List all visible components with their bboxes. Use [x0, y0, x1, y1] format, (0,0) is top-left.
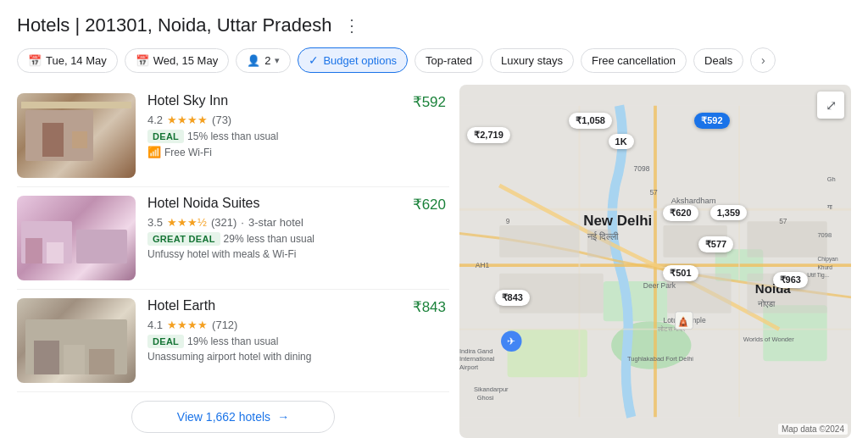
arrow-right-icon: →	[277, 410, 289, 424]
wifi-icon: 📶	[147, 146, 161, 158]
map-pin-2719[interactable]: ₹2,719	[467, 127, 510, 143]
deals-filter[interactable]: Deals	[693, 48, 743, 73]
svg-text:नई दिल्ली: नई दिल्ली	[587, 231, 619, 241]
svg-text:✈: ✈	[507, 335, 515, 347]
hotel-card-3[interactable]: Hotel Earth ₹843 4.1 ★★★★ (712) DEAL 19%…	[17, 290, 449, 392]
svg-rect-12	[499, 225, 579, 258]
map-pin-1058[interactable]: ₹1,058	[569, 113, 612, 129]
view-all-label: View 1,662 hotels	[177, 410, 270, 424]
guests-label: 2	[264, 54, 270, 67]
svg-text:Gh: Gh	[827, 175, 836, 183]
hotel-stars-3: ★★★★	[167, 319, 208, 331]
hotel-amenity-text-1: Free Wi-Fi	[164, 147, 212, 158]
hotel-image-1	[17, 93, 136, 178]
hotel-card-1[interactable]: Hotel Sky Inn ₹592 4.2 ★★★★ (73) DEAL 15…	[17, 85, 449, 187]
map-container[interactable]: New Delhi नई दिल्ली Noida नोएडा Akshardh…	[459, 85, 851, 438]
map-pin-592[interactable]: ₹592	[694, 113, 729, 129]
hotel-desc-2: Unfussy hotel with meals & Wi-Fi	[147, 248, 446, 260]
svg-text:Deer Park: Deer Park	[643, 281, 676, 290]
hotel-type-2: ·	[241, 216, 244, 229]
budget-options-filter[interactable]: ✓ Budget options	[298, 47, 408, 73]
svg-text:Indira Gand: Indira Gand	[459, 347, 492, 355]
luxury-stays-label: Luxury stays	[501, 54, 563, 67]
map-pin-963[interactable]: ₹963	[773, 272, 808, 288]
hotel-rating-row-2: 3.5 ★★★½ (321) · 3-star hotel	[147, 216, 446, 229]
map-svg: New Delhi नई दिल्ली Noida नोएडा Akshardh…	[459, 85, 851, 438]
svg-text:AH1: AH1	[476, 261, 490, 269]
svg-text:New Delhi: New Delhi	[583, 213, 652, 229]
svg-text:Chipyan: Chipyan	[817, 257, 838, 263]
filters-next-button[interactable]: ›	[750, 47, 776, 73]
pin-label-620: ₹620	[670, 208, 691, 218]
guests-filter[interactable]: 👤 2 ▾	[236, 48, 291, 73]
hotel-top-3: Hotel Earth ₹843	[147, 298, 446, 316]
chevron-down-icon: ▾	[275, 55, 280, 66]
page-title: Hotels | 201301, Noida, Uttar Pradesh	[17, 14, 331, 36]
hotel-top-2: Hotel Noida Suites ₹620	[147, 196, 446, 213]
hotel-price-1: ₹592	[413, 93, 446, 111]
hotel-deal-row-2: GREAT DEAL 29% less than usual	[147, 231, 446, 246]
hotel-reviews-2: (321)	[211, 216, 236, 229]
checkout-label: Wed, 15 May	[153, 54, 218, 67]
svg-text:57: 57	[649, 188, 658, 197]
hotel-deal-row-3: DEAL 19% less than usual	[147, 334, 446, 348]
pin-label-2719: ₹2,719	[474, 130, 504, 140]
hotel-reviews-3: (712)	[212, 319, 237, 331]
hotel-top-1: Hotel Sky Inn ₹592	[147, 93, 446, 111]
hotel-desc-3: Unassuming airport hotel with dining	[147, 351, 446, 363]
top-rated-filter[interactable]: Top-rated	[415, 48, 483, 73]
map-pin-620[interactable]: ₹620	[663, 205, 698, 221]
svg-rect-4	[763, 305, 826, 361]
pin-label-577: ₹577	[705, 239, 726, 249]
hotel-amenity-1: 📶 Free Wi-Fi	[147, 146, 446, 158]
map-pin-1k[interactable]: 1K	[609, 134, 634, 149]
hotel-deal-row-1: DEAL 15% less than usual	[147, 129, 446, 143]
budget-options-label: Budget options	[323, 54, 397, 67]
svg-text:57: 57	[779, 217, 787, 225]
hotel-stars-2: ★★★½	[167, 216, 207, 229]
pin-label-501: ₹501	[670, 268, 691, 278]
map-pin-577[interactable]: ₹577	[698, 236, 733, 252]
pin-label-1k: 1K	[615, 136, 627, 147]
hotel-price-3: ₹843	[413, 298, 446, 316]
hotel-deal-info-3: 19% less than usual	[187, 335, 278, 347]
hotel-rating-row-3: 4.1 ★★★★ (712)	[147, 319, 446, 331]
pin-label-843: ₹843	[502, 292, 523, 302]
hotel-rating-3: 4.1	[147, 319, 163, 331]
pin-label-1058: ₹1,058	[576, 115, 605, 125]
svg-text:🛕: 🛕	[677, 315, 690, 327]
pin-label-1359: 1,359	[717, 208, 741, 218]
pin-label-592: ₹592	[701, 115, 722, 125]
hotel-deal-badge-3: DEAL	[147, 335, 184, 348]
svg-text:गा: गा	[826, 203, 832, 211]
map-pin-843[interactable]: ₹843	[495, 290, 530, 306]
svg-text:Sikandarpur: Sikandarpur	[474, 385, 509, 393]
hotel-price-2: ₹620	[413, 196, 446, 213]
checkout-filter[interactable]: 📅 Wed, 15 May	[125, 48, 229, 73]
checkin-filter[interactable]: 📅 Tue, 14 May	[17, 48, 118, 73]
svg-text:नोएडा: नोएडा	[757, 299, 776, 308]
view-all-hotels-button[interactable]: View 1,662 hotels →	[131, 401, 335, 433]
top-rated-label: Top-rated	[426, 54, 472, 67]
hotel-image-3	[17, 298, 136, 383]
calendar-icon-2: 📅	[136, 54, 149, 67]
hotel-card-2[interactable]: Hotel Noida Suites ₹620 3.5 ★★★½ (321) ·…	[17, 187, 449, 290]
filters-row: 📅 Tue, 14 May 📅 Wed, 15 May 👤 2 ▾ ✓ Budg…	[17, 47, 851, 73]
hotels-list: Hotel Sky Inn ₹592 4.2 ★★★★ (73) DEAL 15…	[17, 85, 449, 438]
svg-text:International: International	[459, 355, 495, 363]
luxury-stays-filter[interactable]: Luxury stays	[490, 48, 574, 73]
map-pin-1359[interactable]: 1,359	[710, 205, 748, 220]
hotel-name-2: Hotel Noida Suites	[147, 196, 260, 211]
more-options-icon[interactable]: ⋮	[338, 14, 365, 37]
svg-text:Akshardham: Akshardham	[671, 196, 716, 205]
map-expand-button[interactable]: ⤢	[817, 91, 844, 119]
free-cancellation-filter[interactable]: Free cancellation	[581, 48, 687, 73]
map-pin-501[interactable]: ₹501	[663, 265, 698, 281]
pin-label-963: ₹963	[780, 274, 801, 285]
hotel-deal-badge-2: GREAT DEAL	[147, 232, 220, 246]
expand-icon: ⤢	[826, 97, 837, 114]
hotel-stars-1: ★★★★	[167, 114, 208, 126]
svg-rect-15	[747, 221, 826, 257]
content-row: Hotel Sky Inn ₹592 4.2 ★★★★ (73) DEAL 15…	[17, 85, 851, 438]
svg-text:Tughlakabad Fort Delhi: Tughlakabad Fort Delhi	[627, 355, 693, 363]
